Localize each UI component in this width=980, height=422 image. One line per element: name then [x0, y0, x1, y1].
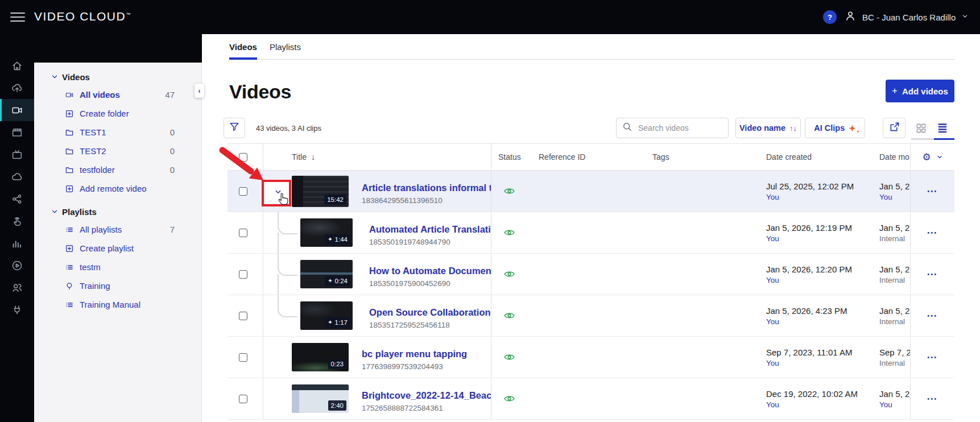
row-actions-button[interactable]: ••• [927, 230, 937, 236]
tab-divider [229, 59, 954, 60]
reference-id-cell [532, 337, 646, 378]
row-actions-button[interactable]: ••• [927, 271, 937, 278]
created-by[interactable]: You [766, 317, 876, 326]
status-published-icon [491, 395, 515, 403]
bar-chart-icon [11, 237, 23, 250]
row-actions-button[interactable]: ••• [927, 188, 937, 195]
actions-cell: ••• [910, 171, 954, 212]
sidebar-item-testm[interactable]: testm [34, 258, 201, 276]
plug-icon [11, 304, 23, 316]
actions-cell: ••• [910, 212, 954, 253]
rail-item-clapperboard[interactable] [0, 121, 34, 143]
rail-item-interactivity[interactable] [0, 210, 34, 232]
table-row: ✦1:44Automated Article Translati...18535… [228, 212, 954, 254]
tree-connector [278, 233, 279, 253]
video-title-link[interactable]: Automated Article Translati... [369, 224, 491, 235]
row-checkbox[interactable] [239, 187, 247, 196]
header-cell-title[interactable]: Title ↓ [263, 144, 491, 170]
row-checkbox[interactable] [239, 353, 247, 362]
date-modified-cell: Sep 7, 2Internal [876, 337, 910, 378]
rail-item-tv[interactable] [0, 143, 34, 166]
video-title-link[interactable]: Brightcove_2022-12-14_Beac... [362, 390, 491, 401]
rail-item-users[interactable] [0, 276, 34, 299]
expand-row-button[interactable] [264, 179, 291, 204]
video-thumbnail[interactable]: 0:23 [292, 343, 349, 371]
row-checkbox[interactable] [239, 312, 247, 320]
column-settings-button[interactable]: ⚙ [910, 144, 954, 170]
status-cell [491, 337, 532, 378]
sidebar-item-add-remote-video[interactable]: Add remote video [34, 179, 201, 198]
sidebar-item-create-playlist[interactable]: Create playlist [34, 239, 201, 258]
ai-clips-button[interactable]: AI Clips ✦+ [805, 118, 865, 138]
playlist-icon [65, 300, 74, 309]
rail-item-plug[interactable] [0, 299, 34, 321]
export-button[interactable] [883, 118, 905, 138]
modified-by: Internal [879, 234, 910, 243]
hamburger-menu-icon[interactable] [10, 13, 25, 22]
select-all-checkbox[interactable] [239, 153, 247, 162]
created-by[interactable]: You [766, 359, 876, 367]
sidebar-item-testfolder[interactable]: testfolder0 [34, 160, 201, 179]
modified-by[interactable]: You [879, 400, 910, 409]
rail-item-video-camera[interactable] [0, 99, 34, 121]
sidebar-section-playlists[interactable]: Playlists [34, 203, 201, 220]
sidebar-item-training-manual[interactable]: Training Manual [34, 295, 201, 314]
row-actions-button[interactable]: ••• [927, 354, 937, 361]
list-view-button[interactable] [936, 122, 949, 134]
sidebar-section-videos[interactable]: Videos [34, 68, 201, 85]
row-actions-button[interactable]: ••• [927, 313, 937, 319]
rail-item-home[interactable] [0, 55, 34, 77]
header-cell-date-created: Date created [759, 144, 876, 170]
created-by[interactable]: You [766, 234, 876, 243]
help-button[interactable]: ? [823, 10, 837, 24]
table-body: 15:42Article translations informal t...1… [228, 171, 954, 420]
video-thumbnail[interactable]: 2:40 [292, 384, 349, 413]
sidebar-item-create-folder[interactable]: Create folder [34, 104, 201, 123]
video-title-link[interactable]: bc player menu tapping [362, 348, 467, 359]
modified-by[interactable]: You [879, 193, 910, 201]
video-title-link[interactable]: How to Automate Documen... [369, 265, 491, 276]
sidebar-item-all-playlists[interactable]: All playlists7 [34, 220, 201, 239]
grid-view-button[interactable] [915, 122, 927, 134]
home-icon [11, 60, 23, 72]
add-videos-button[interactable]: + Add videos [886, 80, 954, 102]
rail-item-bar-chart[interactable] [0, 232, 34, 254]
sidebar-item-test1[interactable]: TEST10 [34, 123, 201, 142]
rail-item-cloud-upload[interactable] [0, 77, 34, 99]
folder-icon [65, 166, 74, 175]
row-actions-button[interactable]: ••• [927, 396, 937, 402]
row-select-cell [228, 378, 263, 419]
tree-connector [278, 254, 297, 276]
video-thumbnail[interactable]: ✦0:24 [300, 260, 353, 288]
sort-by-button[interactable]: Video name ↑↓ [735, 118, 801, 138]
rail-item-cloud[interactable] [0, 166, 34, 188]
video-thumbnail[interactable]: ✦1:44 [300, 218, 353, 247]
video-thumbnail[interactable]: ✦1:17 [300, 301, 353, 330]
table-row: 2:40Brightcove_2022-12-14_Beac...1752658… [228, 378, 954, 420]
created-by[interactable]: You [766, 193, 876, 201]
row-checkbox[interactable] [239, 229, 247, 237]
search-input[interactable] [637, 123, 719, 133]
sidebar-collapse-button[interactable]: ‹ [195, 84, 204, 98]
sidebar-item-test2[interactable]: TEST20 [34, 142, 201, 160]
rail-item-share-nodes[interactable] [0, 188, 34, 210]
video-title-link[interactable]: Article translations informal t... [362, 182, 491, 193]
status-published-icon [491, 270, 515, 278]
video-title-link[interactable]: Open Source Collaboration:... [369, 307, 491, 318]
filter-button[interactable] [224, 118, 245, 138]
tab-videos[interactable]: Videos [229, 34, 257, 60]
created-by[interactable]: You [766, 400, 876, 409]
sidebar-item-training[interactable]: Training [34, 276, 201, 295]
user-menu[interactable]: BC - Juan Carlos Radillo [844, 0, 969, 34]
rail-item-play-circle[interactable] [0, 254, 34, 276]
row-checkbox[interactable] [239, 395, 247, 403]
tab-playlists[interactable]: Playlists [270, 34, 301, 60]
video-thumbnail[interactable]: 15:42 [292, 176, 349, 207]
reference-id-cell [532, 295, 646, 336]
plus-square-icon [65, 109, 74, 118]
sidebar-item-all-videos[interactable]: All videos47 [34, 85, 201, 104]
video-camera-icon [11, 104, 23, 117]
created-by[interactable]: You [766, 276, 876, 284]
tags-cell [646, 295, 759, 336]
row-checkbox[interactable] [239, 270, 247, 279]
